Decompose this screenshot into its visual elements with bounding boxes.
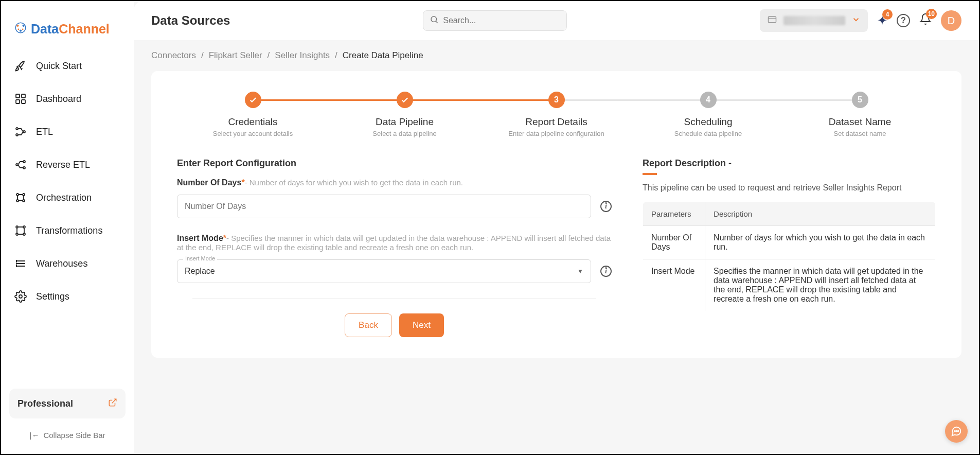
nav-etl[interactable]: ETL xyxy=(9,117,126,146)
nav-label: Dashboard xyxy=(36,94,81,104)
divider xyxy=(192,299,596,299)
chat-button[interactable] xyxy=(945,420,968,443)
sidebar: DataChannel Quick Start Dashboard ETL Re… xyxy=(1,1,134,454)
float-label: Insert Mode xyxy=(183,255,217,261)
nav-warehouses[interactable]: Warehouses xyxy=(9,249,126,278)
help-button[interactable]: ? xyxy=(897,14,910,27)
svg-point-12 xyxy=(23,131,25,133)
step-scheduling[interactable]: 4 Scheduling Schedule data pipeline xyxy=(632,92,784,137)
svg-rect-26 xyxy=(769,16,776,23)
nav-label: ETL xyxy=(36,127,53,137)
svg-point-15 xyxy=(16,164,18,166)
nav-orchestration[interactable]: Orchestration xyxy=(9,183,126,212)
search-box[interactable] xyxy=(423,10,567,31)
chevron-down-icon: ▼ xyxy=(577,268,583,275)
nav-label: Orchestration xyxy=(36,192,92,203)
next-button[interactable]: Next xyxy=(399,313,444,337)
step-sub: Select your account details xyxy=(213,130,293,137)
svg-point-19 xyxy=(23,200,25,202)
svg-point-28 xyxy=(956,431,957,432)
svg-point-27 xyxy=(954,431,955,432)
input-row: i xyxy=(177,195,612,218)
nav-settings[interactable]: Settings xyxy=(9,282,126,311)
breadcrumb-item[interactable]: Flipkart Seller xyxy=(209,50,262,61)
step-title: Dataset Name xyxy=(829,116,891,128)
back-button[interactable]: Back xyxy=(345,313,392,337)
stepper: Credentials Select your account details … xyxy=(177,92,936,137)
number-of-days-input[interactable] xyxy=(177,195,591,218)
accent-bar xyxy=(643,173,657,175)
nav-quick-start[interactable]: Quick Start xyxy=(9,51,126,80)
step-badge: 3 xyxy=(548,92,565,108)
info-icon[interactable]: i xyxy=(600,201,612,212)
nav-dashboard[interactable]: Dashboard xyxy=(9,84,126,113)
insert-mode-select[interactable]: Replace ▼ xyxy=(177,259,591,283)
svg-point-20 xyxy=(16,226,18,228)
svg-rect-8 xyxy=(16,100,20,103)
field-label-row: Insert Mode*- Specifies the manner in wh… xyxy=(177,234,612,252)
svg-rect-6 xyxy=(16,94,20,98)
td-param: Insert Mode xyxy=(643,259,705,311)
nav: Quick Start Dashboard ETL Reverse ETL Or… xyxy=(9,51,126,311)
transformations-icon xyxy=(14,224,27,237)
warehouses-icon xyxy=(14,257,27,270)
sparkle-button[interactable]: ✦ 4 xyxy=(877,13,887,28)
logo-text: DataChannel xyxy=(31,22,110,37)
svg-point-25 xyxy=(431,16,437,22)
rocket-icon xyxy=(14,60,27,72)
step-sub: Select a data pipeline xyxy=(372,130,436,137)
svg-point-18 xyxy=(16,200,19,202)
account-dropdown[interactable] xyxy=(760,9,868,32)
step-badge: 5 xyxy=(852,92,868,108)
svg-point-13 xyxy=(23,161,25,163)
breadcrumb-item[interactable]: Connectors xyxy=(151,50,196,61)
step-sub: Enter data pipeline configuration xyxy=(508,130,604,137)
field-label-row: Number Of Days*- Number of days for whic… xyxy=(177,178,612,187)
step-report-details[interactable]: 3 Report Details Enter data pipeline con… xyxy=(480,92,632,137)
table-row: Number Of Days Number of days for which … xyxy=(643,226,936,259)
step-credentials[interactable]: Credentials Select your account details xyxy=(177,92,329,137)
table-row: Insert Mode Specifies the manner in whic… xyxy=(643,259,936,311)
topbar: Data Sources ✦ 4 ? 10 xyxy=(134,1,979,40)
td-desc: Number of days for which you wish to get… xyxy=(705,226,936,259)
td-desc: Specifies the manner in which data will … xyxy=(705,259,936,311)
plan-card[interactable]: Professional xyxy=(9,389,126,418)
step-dataset-name[interactable]: 5 Dataset Name Set dataset name xyxy=(784,92,936,137)
breadcrumb-item[interactable]: Seller Insights xyxy=(275,50,330,61)
nav-transformations[interactable]: Transformations xyxy=(9,216,126,245)
description-column: Report Description - This pipeline can b… xyxy=(643,158,936,311)
section-title: Enter Report Configuration xyxy=(177,158,612,169)
step-data-pipeline[interactable]: Data Pipeline Select a data pipeline xyxy=(329,92,480,137)
field-label: Number Of Days* xyxy=(177,178,245,187)
info-icon[interactable]: i xyxy=(600,266,612,277)
nav-reverse-etl[interactable]: Reverse ETL xyxy=(9,150,126,179)
svg-point-16 xyxy=(16,194,19,196)
reverse-etl-icon xyxy=(14,159,27,171)
desc-title: Report Description - xyxy=(643,158,936,169)
svg-rect-7 xyxy=(22,94,25,98)
search-input[interactable] xyxy=(443,16,560,25)
avatar[interactable]: D xyxy=(941,10,961,31)
collapse-sidebar[interactable]: |← Collapse Side Bar xyxy=(9,427,126,444)
step-title: Data Pipeline xyxy=(376,116,434,128)
step-badge xyxy=(245,92,261,108)
external-link-icon xyxy=(108,398,117,409)
svg-point-22 xyxy=(16,233,18,235)
nav-label: Transformations xyxy=(36,225,102,236)
svg-point-29 xyxy=(958,431,959,432)
field-hint: - Specifies the manner in which data wil… xyxy=(177,234,611,252)
account-name-blurred xyxy=(783,16,845,25)
field-number-of-days: Number Of Days*- Number of days for whic… xyxy=(177,178,612,218)
logo[interactable]: DataChannel xyxy=(9,11,126,51)
form-column: Enter Report Configuration Number Of Day… xyxy=(177,158,612,337)
field-label: Insert Mode* xyxy=(177,234,226,242)
field-insert-mode: Insert Mode*- Specifies the manner in wh… xyxy=(177,234,612,283)
breadcrumb-item-active: Create Data Pipeline xyxy=(343,50,423,61)
settings-icon xyxy=(14,290,27,303)
notifications-button[interactable]: 10 xyxy=(919,13,932,28)
step-sub: Set dataset name xyxy=(834,130,886,137)
collapse-icon: |← xyxy=(30,431,40,440)
svg-point-4 xyxy=(17,28,19,30)
field-hint: - Number of days for which you wish to g… xyxy=(245,178,463,187)
topbar-actions: ✦ 4 ? 10 D xyxy=(760,9,961,32)
